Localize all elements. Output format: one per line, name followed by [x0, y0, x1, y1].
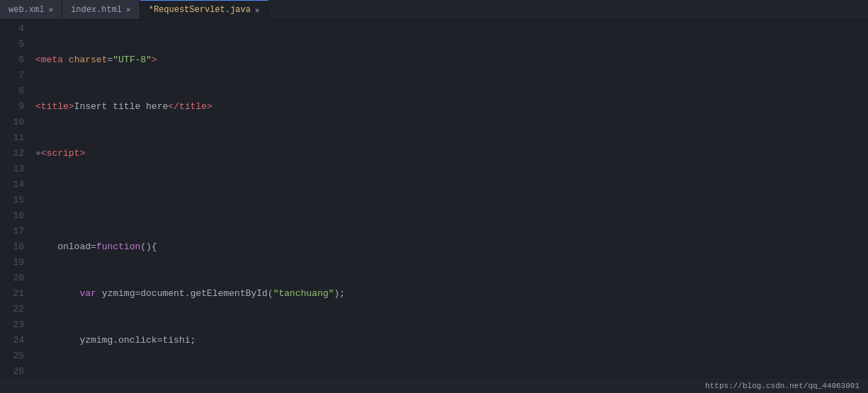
- tab-index-html-close[interactable]: ✕: [126, 5, 131, 14]
- code-line-8: onload=function(){: [35, 239, 868, 255]
- code-line-7: [35, 193, 868, 208]
- line-numbers: 4 5 6 7 8 9 10 11 12 13 14 15 16 17 18 1…: [0, 20, 30, 377]
- code-line-5: <title>Insert title here</title>: [35, 99, 868, 115]
- status-url: https://blog.csdn.net/qq_44063001: [705, 382, 859, 390]
- tab-index-html[interactable]: index.html ✕: [62, 0, 140, 19]
- tab-web-xml-label: web.xml: [9, 5, 44, 15]
- tab-request-servlet-label: *RequestServlet.java: [149, 5, 251, 15]
- code-area[interactable]: <meta charset="UTF-8"> <title>Insert tit…: [30, 20, 868, 377]
- code-line-9: var yzmimg=document.getElementById("tanc…: [35, 286, 868, 302]
- tab-web-xml-close[interactable]: ✕: [48, 5, 53, 14]
- tab-request-servlet-close[interactable]: ✕: [255, 6, 260, 15]
- tab-bar: web.xml ✕ index.html ✕ *RequestServlet.j…: [0, 0, 868, 20]
- editor: 4 5 6 7 8 9 10 11 12 13 14 15 16 17 18 1…: [0, 20, 868, 377]
- tab-index-html-label: index.html: [71, 5, 122, 15]
- tab-request-servlet[interactable]: *RequestServlet.java ✕: [140, 0, 269, 19]
- code-line-10: yzmimg.onclick=tishi;: [35, 333, 868, 348]
- status-bar: https://blog.csdn.net/qq_44063001: [0, 377, 868, 393]
- code-line-6: ●<script>: [35, 146, 868, 161]
- code-line-4: <meta charset="UTF-8">: [35, 52, 868, 68]
- tab-web-xml[interactable]: web.xml ✕: [0, 0, 62, 19]
